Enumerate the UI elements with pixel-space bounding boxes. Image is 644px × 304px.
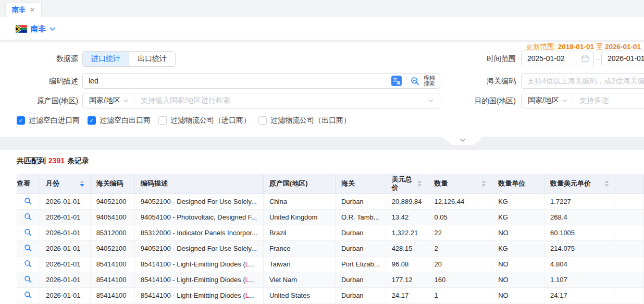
translate-icon[interactable]: 文 A <box>391 76 402 86</box>
code-desc-value[interactable] <box>83 74 391 88</box>
origin-country-type-select[interactable]: 国家/地区 <box>83 93 134 108</box>
results-summary: 共匹配到2391条记录 <box>17 156 89 166</box>
destination-country-type-select[interactable]: 国家/地区 <box>522 93 573 108</box>
sort-carets-icon[interactable] <box>80 180 84 187</box>
view-search-icon[interactable] <box>24 214 32 222</box>
fuzzy-search-icon[interactable] <box>411 77 419 86</box>
start-date-value[interactable] <box>522 51 581 66</box>
cell-origin: Taiwan <box>264 257 336 272</box>
chevron-down-icon <box>123 99 129 102</box>
cell-customs: Port Elizab... <box>336 257 386 272</box>
desc-text: 85414100 - Light-Emitting Diodes ( <box>141 260 245 268</box>
filter-checkbox-1[interactable]: ✓过滤空白出口商 <box>88 116 151 125</box>
end-date-input[interactable] <box>601 51 644 66</box>
column-header-unit_price[interactable]: 数量美元单价 <box>544 174 615 194</box>
view-search-icon[interactable] <box>24 261 32 269</box>
cell-origin: United States <box>264 288 336 303</box>
data-source-option-1[interactable]: 出口统计 <box>129 52 175 66</box>
table-row: 2026-01-019405410094054100 - Photovoltai… <box>17 210 644 225</box>
cell-usd_total: 24.17 <box>386 288 429 303</box>
view-search-icon[interactable] <box>24 277 32 285</box>
cell-qty_unit: NO <box>492 288 544 303</box>
cell-view[interactable] <box>17 194 40 210</box>
checkbox-label: 过滤空白进口商 <box>29 116 80 125</box>
cell-qty: 2 <box>428 241 492 257</box>
fuzzy-search-label[interactable]: 模糊搜索 <box>424 75 435 87</box>
filter-checkbox-3[interactable]: 过滤物流公司（出口商） <box>258 116 351 125</box>
cell-view[interactable] <box>17 225 40 241</box>
column-header-month[interactable]: 月份 <box>40 174 91 194</box>
column-header-desc: 编码描述 <box>135 174 264 194</box>
destination-country-select[interactable]: 国家/地区 支持多选 <box>521 93 644 108</box>
column-header-qty[interactable]: 数量 <box>428 174 492 194</box>
cell-qty: 20 <box>428 257 492 272</box>
cell-desc: 85414100 - Light-Emitting Diodes (L... <box>135 257 264 272</box>
end-date-value[interactable] <box>602 51 644 66</box>
data-source-option-0[interactable]: 进口统计 <box>83 52 129 66</box>
filter-checkbox-0[interactable]: ✓过滤空白进口商 <box>17 116 80 125</box>
cell-customs: Durban <box>336 241 386 257</box>
tab-bar: 南非 ✕ <box>0 0 644 17</box>
close-icon[interactable]: ✕ <box>30 7 35 13</box>
checkbox-label: 过滤空白出口商 <box>100 116 151 125</box>
time-range-label: 时间范围 <box>459 54 516 64</box>
collapse-chevron-icon <box>460 138 466 142</box>
cell-month: 2026-01-01 <box>40 257 91 272</box>
sort-carets-icon[interactable] <box>481 180 486 187</box>
cell-qty_unit: NO <box>492 225 544 241</box>
hs-code-label: 海关编码 <box>459 77 516 86</box>
sort-carets-icon[interactable] <box>604 180 609 187</box>
view-search-icon[interactable] <box>24 293 32 300</box>
origin-country-select[interactable]: 国家/地区 支持输入国家/地区进行检索 <box>82 93 440 108</box>
tab-south-africa[interactable]: 南非 ✕ <box>5 2 42 17</box>
data-source-toggle: 进口统计出口统计 <box>82 51 176 67</box>
cell-usd_total: 20,889.84 <box>386 194 429 210</box>
cell-desc: 85414100 - Light-Emitting Diodes (L... <box>135 272 264 288</box>
origin-search-placeholder[interactable]: 支持输入国家/地区进行检索 <box>134 96 428 105</box>
cell-extra <box>615 210 644 225</box>
cell-usd_total: 428.15 <box>386 241 429 257</box>
cell-usd_total: 1,322.21 <box>386 225 429 241</box>
country-selector[interactable]: 南非 <box>16 24 55 34</box>
desc-ellipsis: ... <box>249 276 255 284</box>
cell-view[interactable] <box>17 210 40 225</box>
cell-view[interactable] <box>17 288 40 303</box>
cell-extra <box>615 241 644 257</box>
destination-placeholder[interactable]: 支持多选 <box>573 96 644 105</box>
filter-checkbox-2[interactable]: 过滤物流公司（进口商） <box>158 116 251 125</box>
chevron-down-icon <box>562 99 567 102</box>
sort-carets-icon[interactable] <box>417 180 422 187</box>
cell-desc: 85414100 - Light-Emitting Diodes (L... <box>135 288 264 303</box>
column-header-customs: 海关 <box>336 174 386 194</box>
view-search-icon[interactable] <box>24 230 32 238</box>
view-search-icon[interactable] <box>24 246 32 253</box>
desc-text: 85414100 - Light-Emitting Diodes ( <box>141 291 245 299</box>
cell-view[interactable] <box>17 272 40 288</box>
cell-customs: Durban <box>336 194 386 210</box>
cell-origin: United Kingdom <box>264 210 336 225</box>
south-africa-flag-icon <box>16 25 27 33</box>
cell-usd_total: 96.08 <box>386 257 429 272</box>
column-header-usd_total[interactable]: 美元总价 <box>386 174 429 194</box>
cell-view[interactable] <box>17 257 40 272</box>
column-label: 数量单位 <box>498 179 525 188</box>
update-to-date: 2026-01-01 <box>605 43 641 51</box>
start-date-input[interactable] <box>521 51 594 66</box>
hs-code-input[interactable] <box>521 73 644 89</box>
table-header-row: 查看月份海关编码编码描述原产国(地区)海关美元总价数量数量单位数量美元单价 <box>17 174 644 194</box>
cell-qty_unit: KG <box>492 194 544 210</box>
column-label: 查看 <box>17 179 30 188</box>
cell-view[interactable] <box>17 241 40 257</box>
cell-desc: 85312000 - Indicator Panels Incorpor... <box>135 225 264 241</box>
hs-code-value[interactable] <box>522 74 644 88</box>
checkbox-icon <box>258 116 267 125</box>
desc-highlight: L <box>245 276 249 284</box>
table-row: 2026-01-019405210094052100 - Designed Fo… <box>17 241 644 257</box>
checkbox-icon: ✓ <box>17 116 25 125</box>
column-label: 数量美元单价 <box>550 179 591 188</box>
code-desc-input[interactable]: 文 A 模糊搜索 <box>82 73 440 89</box>
cell-usd_total: 13.42 <box>386 210 429 225</box>
view-search-icon[interactable] <box>24 199 32 206</box>
desc-highlight: L <box>245 291 249 299</box>
cell-desc: 94052100 - Designed For Use Solely... <box>135 241 264 257</box>
